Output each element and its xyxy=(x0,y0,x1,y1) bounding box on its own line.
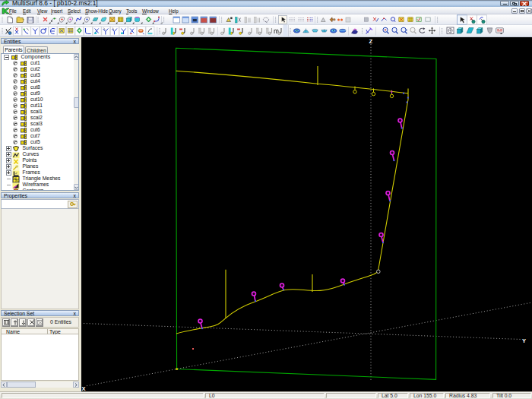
svg-text:X: X xyxy=(82,385,86,392)
svg-text:Y: Y xyxy=(522,337,526,344)
svg-text:Z: Z xyxy=(369,38,373,45)
